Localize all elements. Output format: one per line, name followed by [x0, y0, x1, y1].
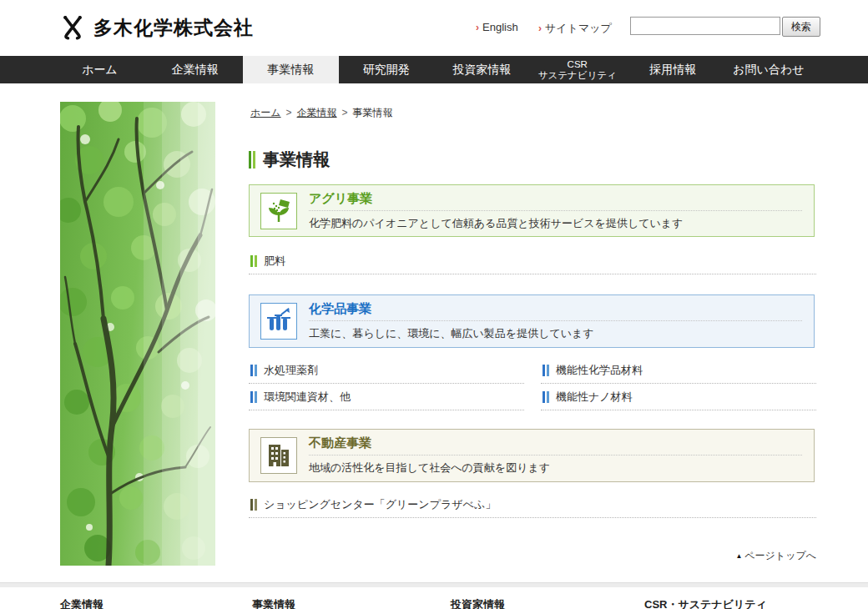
divider	[309, 210, 802, 211]
page-top-link[interactable]: ▲ ページトップへ	[735, 549, 816, 563]
arrow-icon: ›	[538, 23, 542, 34]
main-content: ホーム>企業情報>事業情報 事業情報	[249, 102, 816, 609]
olive-bars-icon	[250, 499, 257, 511]
logo-icon	[58, 14, 87, 41]
chemical-business-card[interactable]: 化学品事業 工業に、暮らしに、環境に、幅広い製品を提供しています	[249, 294, 815, 348]
page: 多木化学株式会社 ›English ›サイトマップ 検索 ホーム 企業情報 事業…	[0, 0, 868, 609]
environment-materials-link[interactable]: 環境関連資材、他	[249, 384, 524, 410]
blue-bars-icon	[542, 365, 549, 376]
sprout-fertilizer-icon	[260, 193, 297, 229]
sitemap-link[interactable]: ›サイトマップ	[538, 21, 612, 36]
company-name: 多木化学株式会社	[93, 15, 254, 41]
nav-item-business[interactable]: 事業情報	[243, 56, 339, 83]
footer-col-csr[interactable]: CSR・サステナビリティ	[644, 597, 767, 609]
chemical-title: 化学品事業	[309, 301, 802, 317]
agri-description: 化学肥料のパイオニアとして信頼ある品質と技術サービスを提供しています	[309, 216, 802, 231]
breadcrumb-home-link[interactable]: ホーム	[250, 107, 281, 118]
nav-item-research[interactable]: 研究開発	[339, 56, 435, 83]
agri-title: アグリ事業	[309, 191, 802, 207]
global-nav: ホーム 企業情報 事業情報 研究開発 投資家情報 CSR サステナビリティ 採用…	[0, 56, 868, 83]
functional-chemicals-link[interactable]: 機能性化学品材料	[541, 357, 816, 384]
search-button[interactable]: 検索	[782, 17, 820, 37]
blue-bars-icon	[250, 391, 257, 403]
nav-item-contact[interactable]: お問い合わせ	[721, 56, 817, 83]
page-title: 事業情報	[249, 148, 330, 171]
agri-business-card[interactable]: アグリ事業 化学肥料のパイオニアとして信頼ある品質と技術サービスを提供しています	[249, 184, 815, 237]
breadcrumb: ホーム>企業情報>事業情報	[250, 106, 393, 120]
company-logo[interactable]: 多木化学株式会社	[58, 14, 254, 41]
realestate-title: 不動産事業	[309, 435, 802, 451]
english-link[interactable]: ›English	[476, 21, 518, 33]
water-treatment-link[interactable]: 水処理薬剤	[249, 357, 524, 384]
nano-materials-link[interactable]: 機能性ナノ材料	[541, 384, 816, 410]
breadcrumb-company-link[interactable]: 企業情報	[297, 107, 337, 118]
divider	[309, 320, 802, 321]
nav-item-recruit[interactable]: 採用情報	[625, 56, 721, 83]
divider	[309, 455, 802, 455]
test-tubes-arrow-icon	[260, 303, 297, 340]
footer-col-investor[interactable]: 投資家情報	[451, 597, 505, 609]
footer-divider	[0, 582, 868, 587]
arrow-icon: ›	[476, 22, 479, 33]
footer-col-business[interactable]: 事業情報	[252, 597, 295, 609]
chemical-links: 水処理薬剤 機能性化学品材料 環境関連資材、他 機能性ナノ材料	[249, 357, 816, 410]
nav-item-investor[interactable]: 投資家情報	[434, 56, 530, 83]
realestate-business-card[interactable]: 不動産事業 地域の活性化を目指して社会への貢献を図ります	[249, 429, 815, 482]
blue-bars-icon	[250, 365, 257, 376]
footer-col-company[interactable]: 企業情報	[60, 597, 103, 609]
header: 多木化学株式会社 ›English ›サイトマップ 検索	[0, 0, 868, 56]
blue-bars-icon	[542, 391, 549, 403]
chemical-description: 工業に、暮らしに、環境に、幅広い製品を提供しています	[309, 326, 802, 341]
nav-item-home[interactable]: ホーム	[52, 56, 148, 83]
green-bars-icon	[250, 255, 257, 267]
title-bars-icon	[249, 151, 255, 169]
fertilizer-link[interactable]: 肥料	[249, 249, 816, 274]
search-input[interactable]	[630, 17, 780, 35]
up-arrow-icon: ▲	[735, 552, 742, 560]
breadcrumb-current: 事業情報	[353, 107, 393, 118]
nav-item-company[interactable]: 企業情報	[148, 56, 244, 83]
shopping-center-link[interactable]: ショッピングセンター「グリーンプラザべふ」	[249, 492, 816, 518]
realestate-description: 地域の活性化を目指して社会への貢献を図ります	[309, 461, 802, 476]
buildings-icon	[260, 437, 297, 474]
nav-item-csr[interactable]: CSR サステナビリティ	[530, 56, 626, 83]
tree-photo	[60, 102, 215, 566]
